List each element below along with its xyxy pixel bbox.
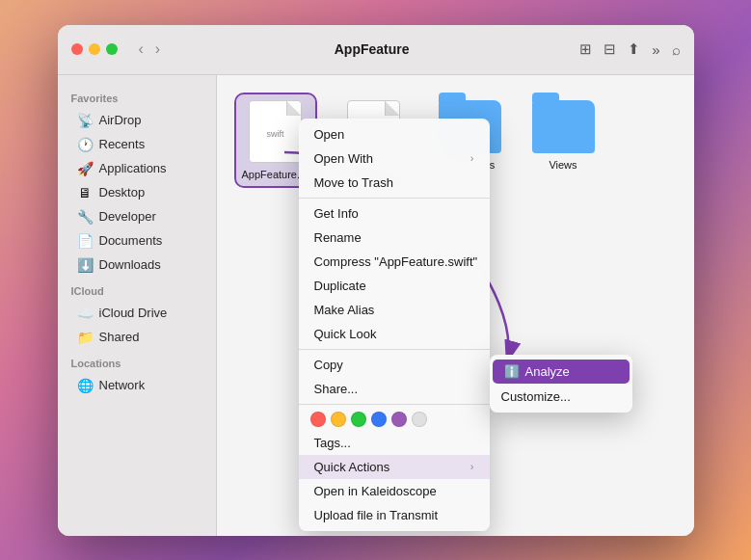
sidebar-item-downloads-label: Downloads — [99, 257, 161, 272]
ctx-divider-2 — [299, 349, 490, 350]
tag-gray[interactable] — [412, 412, 427, 427]
nav-buttons: ‹ › — [135, 39, 165, 60]
sidebar: Favorites 📡 AirDrop 🕐 Recents 🚀 Applicat… — [58, 75, 217, 536]
open-with-arrow-icon: › — [470, 152, 474, 164]
tag-orange[interactable] — [331, 412, 346, 427]
ctx-divider-1 — [299, 198, 490, 199]
ctx-quick-look[interactable]: Quick Look — [299, 322, 490, 346]
sidebar-item-shared[interactable]: 📁 Shared — [64, 326, 210, 349]
sidebar-item-documents-label: Documents — [99, 233, 163, 248]
ctx-move-to-trash[interactable]: Move to Trash — [299, 171, 490, 195]
developer-icon: 🔧 — [77, 209, 93, 225]
sidebar-item-applications-label: Applications — [99, 161, 167, 175]
documents-icon: 📄 — [77, 233, 93, 249]
tag-purple[interactable] — [391, 412, 407, 427]
context-menu: Open Open With › Move to Trash Get Info … — [299, 119, 490, 531]
ctx-duplicate[interactable]: Duplicate — [299, 274, 490, 298]
views-folder-icon — [532, 100, 595, 153]
sidebar-item-network[interactable]: 🌐 Network — [64, 374, 210, 397]
shared-icon: 📁 — [77, 330, 93, 345]
file-item-views[interactable]: Views — [526, 94, 601, 176]
applications-icon: 🚀 — [77, 161, 93, 176]
sidebar-item-desktop-label: Desktop — [99, 185, 146, 200]
sidebar-item-recents-label: Recents — [99, 137, 146, 151]
sidebar-item-applications[interactable]: 🚀 Applications — [64, 157, 210, 180]
tag-red[interactable] — [310, 412, 326, 427]
sidebar-item-desktop[interactable]: 🖥 Desktop — [64, 181, 210, 204]
sidebar-item-developer-label: Developer — [99, 209, 156, 224]
ctx-open[interactable]: Open — [299, 122, 490, 147]
submenu-analyze[interactable]: ℹ️ Analyze — [493, 360, 630, 384]
back-button[interactable]: ‹ — [135, 39, 148, 60]
swift-doc-icon: swift — [249, 100, 302, 163]
maximize-button[interactable] — [106, 43, 118, 55]
ctx-get-info[interactable]: Get Info — [299, 201, 490, 226]
sidebar-item-documents[interactable]: 📄 Documents — [64, 229, 210, 253]
quick-actions-submenu: ℹ️ Analyze Customize... — [490, 355, 632, 413]
tag-green[interactable] — [351, 412, 366, 427]
icloud-label: iCloud — [58, 278, 216, 301]
desktop-icon: 🖥 — [77, 185, 93, 200]
more-icon[interactable]: » — [652, 41, 659, 58]
share-icon[interactable]: ⬆ — [628, 40, 640, 58]
title-bar: ‹ › AppFeature ⊞ ⊟ ⬆ » ⌕ — [58, 25, 694, 75]
ctx-copy[interactable]: Copy — [299, 353, 490, 377]
file-area: swift AppFeature.swift swift ContentView… — [217, 75, 694, 536]
airdrop-icon: 📡 — [77, 113, 93, 128]
network-icon: 🌐 — [77, 378, 93, 393]
sidebar-item-downloads[interactable]: ⬇️ Downloads — [64, 253, 210, 277]
traffic-lights — [71, 43, 118, 55]
ctx-tags-row — [299, 408, 490, 431]
ctx-rename[interactable]: Rename — [299, 226, 490, 250]
recents-icon: 🕐 — [77, 137, 93, 152]
finder-window: ‹ › AppFeature ⊞ ⊟ ⬆ » ⌕ Favorites 📡 Air… — [58, 25, 694, 536]
window-title: AppFeature — [172, 41, 572, 57]
ctx-tags-label[interactable]: Tags... — [299, 431, 490, 455]
ctx-share[interactable]: Share... — [299, 377, 490, 401]
ctx-quick-actions[interactable]: Quick Actions › — [299, 455, 490, 479]
tag-blue[interactable] — [371, 412, 387, 427]
sidebar-item-airdrop-label: AirDrop — [99, 113, 142, 127]
locations-label: Locations — [58, 350, 216, 373]
downloads-icon: ⬇️ — [77, 257, 93, 273]
close-button[interactable] — [71, 43, 83, 55]
favorites-label: Favorites — [58, 85, 216, 108]
search-icon[interactable]: ⌕ — [672, 41, 681, 58]
quick-actions-arrow-icon: › — [470, 461, 474, 472]
sidebar-item-airdrop[interactable]: 📡 AirDrop — [64, 109, 210, 132]
minimize-button[interactable] — [89, 43, 100, 55]
forward-button[interactable]: › — [151, 39, 164, 60]
ctx-open-kaleidoscope[interactable]: Open in Kaleidoscope — [299, 479, 490, 503]
file-label-views: Views — [549, 159, 577, 171]
ctx-compress[interactable]: Compress "AppFeature.swift" — [299, 250, 490, 274]
toolbar-icons: ⊞ ⊟ ⬆ » ⌕ — [579, 40, 680, 58]
ctx-divider-3 — [299, 404, 490, 405]
sidebar-item-icloud-drive[interactable]: ☁️ iCloud Drive — [64, 302, 210, 325]
view-options-icon[interactable]: ⊟ — [603, 40, 616, 58]
icloud-drive-icon: ☁️ — [77, 306, 93, 321]
ctx-upload-transmit[interactable]: Upload file in Transmit — [299, 503, 490, 527]
ctx-make-alias[interactable]: Make Alias — [299, 298, 490, 322]
sidebar-item-icloud-drive-label: iCloud Drive — [99, 306, 168, 320]
ctx-open-with[interactable]: Open With › — [299, 147, 490, 171]
sidebar-item-developer[interactable]: 🔧 Developer — [64, 205, 210, 228]
content-area: Favorites 📡 AirDrop 🕐 Recents 🚀 Applicat… — [58, 75, 694, 536]
sidebar-item-network-label: Network — [99, 378, 146, 392]
sidebar-item-shared-label: Shared — [99, 330, 140, 344]
sidebar-item-recents[interactable]: 🕐 Recents — [64, 133, 210, 156]
submenu-customize[interactable]: Customize... — [490, 385, 632, 409]
analyze-icon: ℹ️ — [504, 364, 520, 379]
view-grid-icon[interactable]: ⊞ — [579, 40, 592, 58]
